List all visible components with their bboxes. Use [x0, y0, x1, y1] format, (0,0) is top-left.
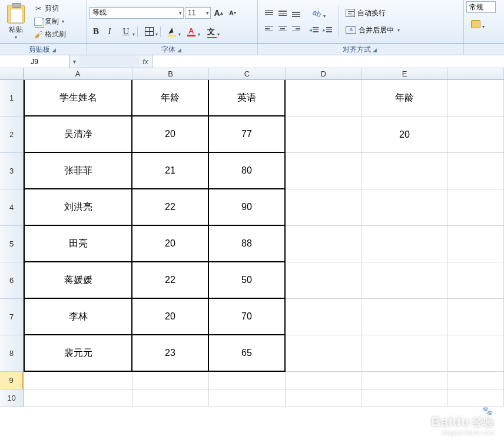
cell-B1[interactable]: 年龄: [132, 80, 209, 116]
decrease-indent-button[interactable]: ◂: [307, 24, 320, 36]
cell-D8[interactable]: [286, 335, 362, 372]
row-header-8[interactable]: 8: [0, 335, 24, 372]
cell-D10[interactable]: [286, 389, 362, 407]
wrap-text-button[interactable]: 自动换行: [344, 8, 402, 19]
cell-C3[interactable]: 80: [209, 153, 286, 189]
cell-A10[interactable]: [24, 389, 132, 407]
cell-A1[interactable]: 学生姓名: [24, 80, 132, 116]
fill-color-button[interactable]: ▾: [163, 25, 181, 38]
row-header-9[interactable]: 9: [0, 372, 24, 389]
col-header-D[interactable]: D: [286, 68, 362, 79]
cell-A2[interactable]: 吴清净: [24, 116, 132, 153]
cell-B10[interactable]: [132, 389, 209, 407]
cell-E8[interactable]: [362, 335, 447, 372]
row-header-6[interactable]: 6: [0, 262, 24, 299]
cell-F2[interactable]: [447, 116, 504, 153]
cell-D2[interactable]: [286, 116, 362, 153]
cell-A5[interactable]: 田亮: [24, 226, 132, 262]
underline-button[interactable]: U▾: [117, 25, 135, 38]
font-expander[interactable]: ◢: [175, 47, 183, 53]
cell-C9[interactable]: [209, 372, 286, 389]
font-name-combo[interactable]: 等线 ▾: [89, 7, 184, 19]
cell-E9[interactable]: [362, 372, 447, 389]
cell-F5[interactable]: [447, 226, 504, 262]
cell-F6[interactable]: [447, 262, 504, 299]
cell-B2[interactable]: 20: [132, 116, 209, 153]
name-box[interactable]: J9: [0, 55, 69, 68]
col-header-E[interactable]: E: [362, 68, 447, 79]
cell-C10[interactable]: [209, 389, 286, 407]
formula-input[interactable]: [153, 55, 504, 68]
align-bottom-button[interactable]: [290, 7, 303, 20]
font-size-combo[interactable]: 11 ▾: [185, 7, 211, 19]
copy-button[interactable]: 复制 ▾: [32, 16, 68, 28]
cell-E1[interactable]: 年龄: [362, 80, 447, 116]
number-format-combo[interactable]: 常规: [466, 1, 496, 13]
cell-F1[interactable]: [447, 80, 504, 116]
merge-center-button[interactable]: 合并后居中 ▾: [344, 25, 402, 36]
align-top-button[interactable]: [263, 7, 276, 20]
col-header-A[interactable]: A: [24, 68, 132, 79]
cell-C6[interactable]: 50: [209, 262, 286, 299]
cell-E5[interactable]: [362, 226, 447, 262]
cut-button[interactable]: ✂ 剪切: [32, 3, 68, 15]
cell-B4[interactable]: 22: [132, 189, 209, 226]
cell-F3[interactable]: [447, 153, 504, 189]
row-header-2[interactable]: 2: [0, 116, 24, 153]
cell-C2[interactable]: 77: [209, 116, 286, 153]
cell-B7[interactable]: 20: [132, 299, 209, 335]
format-painter-button[interactable]: 🖌 格式刷: [32, 29, 68, 41]
col-header-C[interactable]: C: [209, 68, 286, 79]
select-all-corner[interactable]: [0, 68, 24, 79]
cell-E7[interactable]: [362, 299, 447, 335]
cell-C4[interactable]: 90: [209, 189, 286, 226]
row-header-4[interactable]: 4: [0, 189, 24, 226]
fx-button[interactable]: fx: [138, 55, 153, 68]
cell-B6[interactable]: 22: [132, 262, 209, 299]
cell-B8[interactable]: 23: [132, 335, 209, 372]
name-box-dropdown[interactable]: ▾: [69, 55, 79, 68]
paste-button[interactable]: 粘贴 ▾: [2, 4, 29, 40]
cell-E10[interactable]: [362, 389, 447, 407]
cell-E2[interactable]: 20: [362, 116, 447, 153]
cell-F8[interactable]: [447, 335, 504, 372]
cell-F9[interactable]: [447, 372, 504, 389]
cell-D1[interactable]: [286, 80, 362, 116]
phonetic-button[interactable]: 文▾: [201, 25, 220, 38]
align-expander[interactable]: ◢: [371, 47, 379, 53]
cell-E6[interactable]: [362, 262, 447, 299]
orientation-button[interactable]: ab▾: [307, 7, 326, 20]
col-header-B[interactable]: B: [132, 68, 209, 79]
cell-A7[interactable]: 李林: [24, 299, 132, 335]
increase-font-button[interactable]: A▴: [212, 6, 225, 19]
bold-button[interactable]: B: [89, 25, 102, 38]
cell-A3[interactable]: 张菲菲: [24, 153, 132, 189]
cell-C8[interactable]: 65: [209, 335, 286, 372]
cell-B5[interactable]: 20: [132, 226, 209, 262]
cell-B9[interactable]: [132, 372, 209, 389]
align-left-button[interactable]: [263, 24, 276, 36]
row-header-10[interactable]: 10: [0, 389, 24, 407]
row-header-1[interactable]: 1: [0, 80, 24, 116]
accounting-format-button[interactable]: ▾: [466, 18, 485, 31]
cell-A6[interactable]: 蒋媛媛: [24, 262, 132, 299]
row-header-3[interactable]: 3: [0, 153, 24, 189]
border-button[interactable]: ▾: [140, 25, 158, 38]
cell-B3[interactable]: 21: [132, 153, 209, 189]
align-right-button[interactable]: [290, 24, 303, 36]
cell-A8[interactable]: 裴元元: [24, 335, 132, 372]
increase-indent-button[interactable]: ▸: [321, 24, 334, 36]
cell-E3[interactable]: [362, 153, 447, 189]
cell-D6[interactable]: [286, 262, 362, 299]
row-header-7[interactable]: 7: [0, 299, 24, 335]
align-middle-button[interactable]: [276, 7, 289, 20]
clipboard-expander[interactable]: ◢: [50, 47, 58, 53]
cell-F10[interactable]: [447, 389, 504, 407]
cell-C7[interactable]: 70: [209, 299, 286, 335]
cell-D7[interactable]: [286, 299, 362, 335]
cell-D3[interactable]: [286, 153, 362, 189]
row-header-5[interactable]: 5: [0, 226, 24, 262]
cell-D9[interactable]: [286, 372, 362, 389]
cell-C1[interactable]: 英语: [209, 80, 286, 116]
cell-E4[interactable]: [362, 189, 447, 226]
